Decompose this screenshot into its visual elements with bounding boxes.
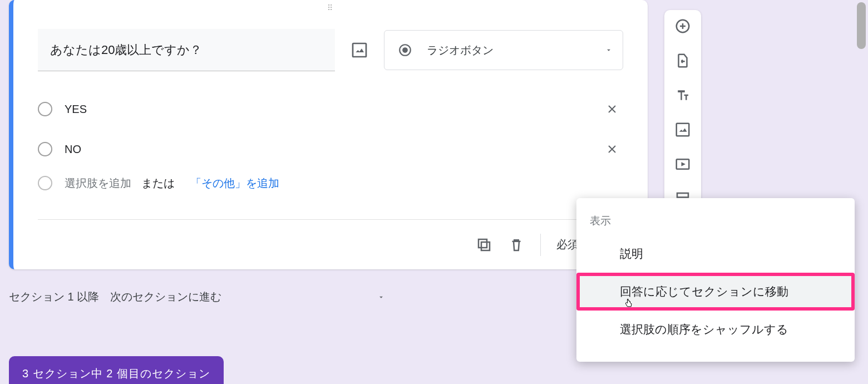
- option-label[interactable]: NO: [65, 143, 589, 156]
- question-card: ⠿ ラジオボタン YES NO: [9, 0, 648, 269]
- question-type-label: ラジオボタン: [427, 43, 494, 58]
- question-title-input[interactable]: [38, 29, 335, 71]
- options-list: YES NO 選択肢を追加 または 「その他」を追加: [38, 89, 623, 197]
- insert-image-icon[interactable]: [351, 41, 368, 59]
- section-indicator-text: 3 セクション中 2 個目のセクション: [22, 367, 210, 380]
- option-row[interactable]: YES: [38, 89, 623, 129]
- svg-rect-6: [677, 124, 689, 136]
- delete-icon[interactable]: [508, 237, 525, 253]
- menu-item-shuffle[interactable]: 選択肢の順序をシャッフルする: [576, 311, 855, 348]
- remove-option-icon[interactable]: [601, 138, 623, 160]
- add-other-button[interactable]: 「その他」を追加: [190, 176, 279, 191]
- section-nav-prefix: セクション 1 以降: [9, 289, 99, 304]
- menu-item-go-to-section[interactable]: 回答に応じてセクションに移動: [576, 273, 855, 311]
- menu-item-label: 回答に応じてセクションに移動: [620, 285, 788, 298]
- menu-item-description[interactable]: 説明: [576, 235, 855, 273]
- import-questions-icon[interactable]: [674, 52, 691, 69]
- pointer-cursor-icon: [623, 297, 634, 309]
- dropdown-arrow-icon: [605, 46, 613, 54]
- add-question-icon[interactable]: [674, 18, 691, 35]
- question-header-row: ラジオボタン: [38, 29, 623, 71]
- question-footer: 必須: [38, 219, 623, 269]
- divider: [540, 234, 541, 256]
- remove-option-icon[interactable]: [601, 98, 623, 120]
- scrollbar-thumb[interactable]: [857, 2, 866, 49]
- radio-empty-icon: [38, 102, 52, 116]
- section-indicator-badge: 3 セクション中 2 個目のセクション: [9, 356, 224, 384]
- add-video-icon[interactable]: [674, 156, 691, 173]
- required-label: 必須: [556, 237, 579, 252]
- svg-point-2: [402, 47, 408, 53]
- add-image-icon[interactable]: [674, 121, 691, 138]
- question-type-select[interactable]: ラジオボタン: [384, 30, 623, 70]
- svg-rect-3: [481, 242, 490, 250]
- add-or-text: または: [141, 176, 175, 191]
- dropdown-arrow-icon: [377, 293, 385, 301]
- svg-rect-0: [353, 43, 366, 57]
- svg-rect-4: [479, 239, 487, 248]
- radio-empty-icon: [38, 176, 52, 190]
- section-destination-select[interactable]: 次のセクションに進む: [110, 289, 385, 304]
- option-label[interactable]: YES: [65, 103, 589, 116]
- section-navigation: セクション 1 以降 次のセクションに進む: [9, 289, 385, 304]
- floating-toolbar: [664, 10, 701, 215]
- svg-rect-8: [677, 193, 688, 198]
- add-option-button[interactable]: 選択肢を追加: [65, 176, 131, 191]
- radio-button-icon: [398, 43, 412, 57]
- option-row[interactable]: NO: [38, 129, 623, 169]
- menu-header: 表示: [576, 208, 855, 235]
- section-destination-label: 次のセクションに進む: [110, 289, 221, 304]
- more-options-menu: 表示 説明 回答に応じてセクションに移動 選択肢の順序をシャッフルする: [576, 198, 855, 362]
- add-option-row: 選択肢を追加 または 「その他」を追加: [38, 169, 623, 197]
- duplicate-icon[interactable]: [476, 237, 492, 253]
- radio-empty-icon: [38, 142, 52, 156]
- drag-handle-icon[interactable]: ⠿: [327, 3, 334, 12]
- add-title-icon[interactable]: [674, 87, 691, 104]
